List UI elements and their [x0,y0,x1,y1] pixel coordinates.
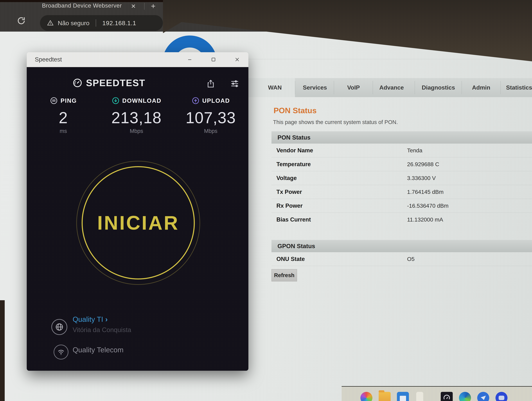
speedtest-body: SPEEDTEST PING [27,67,248,371]
table-row: Vendor Name Tenda [272,144,532,157]
ping-unit: ms [60,128,67,134]
brand-name: SPEEDTEST [86,78,145,88]
address-bar[interactable]: Não seguro 192.168.1.1 [40,15,163,31]
upload-unit: Mbps [204,128,217,134]
row-label: Tx Power [272,189,407,195]
row-value: 1.764145 dBm [407,189,443,195]
edge-icon[interactable] [459,392,471,401]
browser-tab[interactable]: Broadband Device Webserver [42,2,122,9]
arrow-down-circle-icon [112,97,120,105]
close-icon[interactable] [234,56,240,63]
server-name[interactable]: Quality Telecom [73,346,123,354]
router-tab-diagnostics[interactable]: Diagnostics [422,78,455,97]
row-label: Vendor Name [272,147,407,154]
table-row: Bias Current 11.132000 mA [272,213,532,226]
table-row: Rx Power -16.536470 dBm [272,199,532,213]
page-header-divider [248,59,532,59]
speedtest-window: Speedtest SPEEDTEST [27,52,248,371]
upload-metric: UPLOAD 107,33 Mbps [173,96,248,134]
screen-photo: WAN Services VoIP Advance Diagnostics Ad… [0,0,532,401]
metric-label: DOWNLOAD [122,97,161,104]
download-value: 213,18 [111,109,162,127]
tab-separator [334,81,334,94]
close-tab-icon[interactable] [130,3,136,9]
screen-bezel-bottom-left [0,300,5,401]
gpon-section-header: GPON Status [272,240,532,252]
table-row: Voltage 3.336300 V [272,171,532,185]
provider-city: Vitória da Conquista [73,326,131,334]
speedtest-logo: SPEEDTEST [27,78,191,88]
table-row: ONU State O5 [272,252,532,266]
security-label[interactable]: Não seguro [58,19,89,27]
row-value: O5 [407,256,415,262]
upload-value: 107,33 [185,109,236,127]
provider-name: Quality TI [73,315,103,323]
pon-status-table: Vendor Name Tenda Temperature 26.929688 … [272,144,532,226]
row-value: 3.336300 V [407,175,436,181]
tab-divider [144,3,145,10]
router-tab-voip[interactable]: VoIP [347,78,360,97]
router-tab-services[interactable]: Services [303,78,327,97]
globe-icon [51,319,67,335]
tab-separator [415,81,415,94]
address-separator [96,19,96,27]
microsoft-store-icon[interactable] [397,392,409,401]
row-value: 11.132000 mA [407,216,443,223]
results-row: PING 2 ms DOWNLOAD 213,18 Mbps [27,96,248,134]
row-value: 26.929688 C [407,161,439,168]
row-label: Bias Current [272,216,407,223]
new-tab-button[interactable] [150,3,157,9]
settings-sliders-icon[interactable] [230,79,239,88]
router-tab-advance[interactable]: Advance [379,78,404,97]
router-tab-statistics[interactable]: Statistics [506,78,532,97]
wifi-icon [54,345,69,360]
router-tab-admin[interactable]: Admin [472,78,490,97]
telegram-icon[interactable] [477,392,489,401]
gauge-icon [50,97,58,105]
tab-separator [373,81,373,94]
share-result-icon[interactable] [206,79,215,88]
row-label: Temperature [272,161,407,168]
windows-taskbar [342,386,532,401]
row-label: Voltage [272,175,407,181]
tab-separator [295,81,295,94]
gauge-logo-icon [72,78,82,88]
gpon-status-table: ONU State O5 [272,252,532,266]
page-title: PON Status [273,106,317,115]
speedtest-app-icon[interactable] [441,392,453,401]
chevron-right-icon: › [105,315,108,323]
row-label: Rx Power [272,202,407,209]
reload-icon[interactable] [17,16,26,25]
ping-metric: PING 2 ms [27,96,100,134]
window-title: Speedtest [35,56,62,63]
ping-value: 2 [59,109,68,127]
not-secure-warning-icon [47,20,54,26]
table-row: Temperature 26.929688 C [272,157,532,171]
photos-icon[interactable] [361,392,372,401]
white-app-icon[interactable] [416,392,423,401]
blue-app-icon[interactable] [495,392,507,401]
file-explorer-icon[interactable] [379,392,391,401]
refresh-button[interactable]: Refresh [272,269,297,281]
arrow-up-circle-icon [191,97,200,105]
pon-section-header: PON Status [272,131,532,144]
tab-separator [500,81,501,94]
metric-label: PING [61,97,77,104]
start-test-button[interactable]: INICIAR [76,161,200,285]
url-text[interactable]: 192.168.1.1 [102,19,136,27]
tab-separator [462,81,462,94]
row-value: -16.536470 dBm [407,203,449,209]
start-test-ring: INICIAR [82,166,195,279]
minimize-icon[interactable] [187,56,193,63]
start-test-label: INICIAR [97,212,179,234]
table-row: Tx Power 1.764145 dBm [272,185,532,199]
page-description: This page shows the current system statu… [273,119,398,125]
row-label: ONU State [272,256,407,262]
router-tab-wan[interactable]: WAN [268,78,282,97]
speedtest-titlebar[interactable]: Speedtest [27,52,248,67]
download-unit: Mbps [130,128,143,134]
provider-link[interactable]: Quality TI› [73,315,108,323]
row-value: Tenda [407,147,422,154]
maximize-icon[interactable] [210,56,217,63]
download-metric: DOWNLOAD 213,18 Mbps [100,96,173,134]
